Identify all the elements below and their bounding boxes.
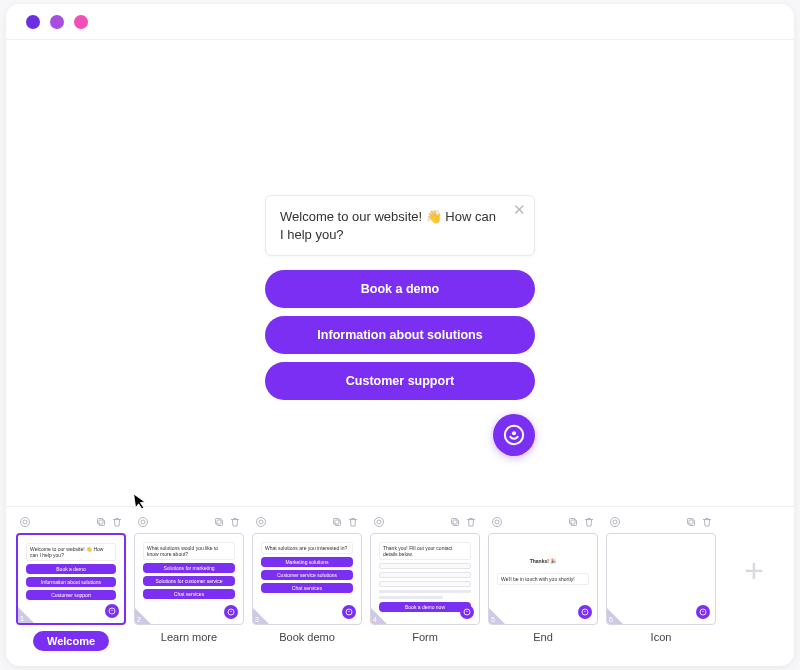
slide-number: 2	[135, 608, 151, 624]
svg-rect-23	[452, 519, 458, 525]
chat-launcher-icon	[578, 605, 592, 619]
chat-greeting-bubble: Welcome to our website! 👋 How can I help…	[265, 195, 535, 256]
window-dot	[26, 15, 40, 29]
svg-rect-10	[217, 520, 223, 526]
slide-toolbar	[134, 515, 244, 531]
slide-label[interactable]: Learn more	[161, 631, 217, 643]
chat-launcher-icon	[224, 605, 238, 619]
svg-point-26	[493, 518, 502, 527]
window-titlebar	[6, 4, 794, 40]
slide-thumbnail[interactable]: Thank you! Fill out your contact details…	[370, 533, 480, 625]
svg-point-27	[495, 520, 499, 524]
svg-point-14	[257, 518, 266, 527]
chat-launcher-icon	[460, 605, 474, 619]
svg-rect-22	[453, 520, 459, 526]
slide-label[interactable]: Welcome	[33, 631, 109, 651]
svg-rect-35	[688, 519, 694, 525]
window-dot	[74, 15, 88, 29]
svg-point-32	[611, 518, 620, 527]
target-icon[interactable]	[609, 514, 621, 532]
chat-option-button[interactable]: Book a demo	[265, 270, 535, 308]
slides-timeline: Welcome to our website! 👋 How can I help…	[6, 506, 794, 666]
chat-launcher-icon	[342, 605, 356, 619]
svg-point-33	[613, 520, 617, 524]
delete-icon[interactable]	[229, 514, 241, 532]
svg-rect-5	[98, 519, 104, 525]
slide-label[interactable]: End	[533, 631, 553, 643]
svg-point-21	[377, 520, 381, 524]
slide-label[interactable]: Form	[412, 631, 438, 643]
svg-point-31	[584, 611, 585, 612]
duplicate-icon[interactable]	[685, 514, 697, 532]
svg-rect-11	[216, 519, 222, 525]
svg-rect-17	[334, 519, 340, 525]
target-icon[interactable]	[255, 514, 267, 532]
svg-rect-16	[335, 520, 341, 526]
slide-toolbar	[370, 515, 480, 531]
svg-point-37	[702, 611, 703, 612]
chat-option-button[interactable]: Information about solutions	[265, 316, 535, 354]
duplicate-icon[interactable]	[567, 514, 579, 532]
timeline-slide[interactable]: What solutions are you interested in?Mar…	[252, 515, 362, 651]
add-slide-button[interactable]: +	[724, 515, 784, 625]
slide-number: 3	[253, 608, 269, 624]
window-dot	[50, 15, 64, 29]
svg-point-3	[23, 520, 27, 524]
svg-point-2	[21, 518, 30, 527]
slide-toolbar	[16, 515, 126, 531]
delete-icon[interactable]	[111, 514, 123, 532]
chat-option-button[interactable]: Customer support	[265, 362, 535, 400]
chat-launcher-icon[interactable]	[493, 414, 535, 456]
svg-point-9	[141, 520, 145, 524]
chat-widget-preview: Welcome to our website! 👋 How can I help…	[265, 195, 535, 456]
slide-number: 1	[18, 607, 34, 623]
editor-canvas[interactable]: Welcome to our website! 👋 How can I help…	[6, 40, 794, 506]
svg-point-13	[230, 611, 231, 612]
slide-number: 5	[489, 608, 505, 624]
slide-thumbnail[interactable]: 6	[606, 533, 716, 625]
slide-thumbnail[interactable]: Welcome to our website! 👋 How can I help…	[16, 533, 126, 625]
slide-toolbar	[606, 515, 716, 531]
duplicate-icon[interactable]	[331, 514, 343, 532]
chat-launcher-icon	[105, 604, 119, 618]
svg-point-7	[111, 610, 112, 611]
close-icon[interactable]: ✕	[513, 202, 526, 217]
chat-greeting-text: Welcome to our website! 👋 How can I help…	[280, 209, 496, 242]
svg-point-19	[348, 611, 349, 612]
timeline-slide[interactable]: 6Icon	[606, 515, 716, 651]
timeline-slide[interactable]: Thanks! 🎉We'll be in touch with you shor…	[488, 515, 598, 651]
svg-rect-34	[689, 520, 695, 526]
target-icon[interactable]	[137, 514, 149, 532]
delete-icon[interactable]	[465, 514, 477, 532]
timeline-slide[interactable]: What solutions would you like to know mo…	[134, 515, 244, 651]
cursor-icon	[133, 491, 150, 515]
target-icon[interactable]	[373, 514, 385, 532]
slide-label[interactable]: Icon	[651, 631, 672, 643]
target-icon[interactable]	[491, 514, 503, 532]
delete-icon[interactable]	[701, 514, 713, 532]
svg-rect-29	[570, 519, 576, 525]
target-icon[interactable]	[19, 514, 31, 532]
delete-icon[interactable]	[347, 514, 359, 532]
chat-launcher-icon	[696, 605, 710, 619]
slide-thumbnail[interactable]: What solutions are you interested in?Mar…	[252, 533, 362, 625]
slide-toolbar	[252, 515, 362, 531]
timeline-slide[interactable]: Welcome to our website! 👋 How can I help…	[16, 515, 126, 651]
slide-label[interactable]: Book demo	[279, 631, 335, 643]
plus-icon: +	[744, 551, 764, 590]
svg-point-8	[139, 518, 148, 527]
svg-point-15	[259, 520, 263, 524]
app-window: Welcome to our website! 👋 How can I help…	[6, 4, 794, 666]
timeline-slide[interactable]: Thank you! Fill out your contact details…	[370, 515, 480, 651]
slide-thumbnail[interactable]: Thanks! 🎉We'll be in touch with you shor…	[488, 533, 598, 625]
slide-toolbar	[488, 515, 598, 531]
delete-icon[interactable]	[583, 514, 595, 532]
svg-point-25	[466, 611, 467, 612]
duplicate-icon[interactable]	[449, 514, 461, 532]
duplicate-icon[interactable]	[213, 514, 225, 532]
slide-thumbnail[interactable]: What solutions would you like to know mo…	[134, 533, 244, 625]
svg-rect-4	[99, 520, 105, 526]
svg-point-20	[375, 518, 384, 527]
svg-point-1	[512, 431, 516, 435]
duplicate-icon[interactable]	[95, 514, 107, 532]
